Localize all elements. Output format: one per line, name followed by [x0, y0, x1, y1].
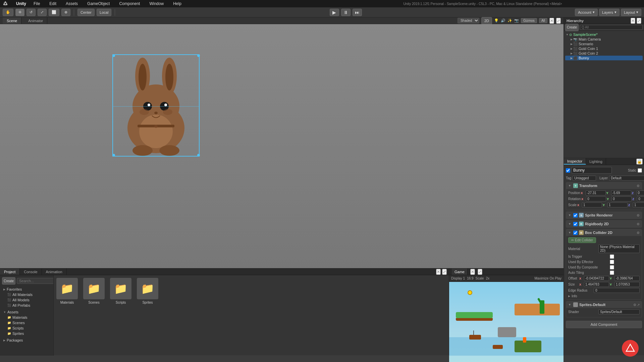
layout-button[interactable]: Layout ▾: [621, 9, 641, 16]
sprites-default-expand-icon[interactable]: ▼: [568, 303, 571, 306]
step-button[interactable]: ⏭: [353, 9, 362, 16]
play-button[interactable]: ▶: [330, 9, 339, 16]
scene-close-button[interactable]: ✕: [549, 18, 554, 24]
box-collider2d-settings-icon[interactable]: ⚙: [637, 231, 640, 235]
selection-handle-tr[interactable]: [197, 54, 200, 57]
tool-rect[interactable]: ⬜: [49, 9, 59, 16]
edit-collider-button[interactable]: ✏ Edit Collider: [568, 237, 596, 243]
project-maximize-btn[interactable]: ⤢: [442, 269, 447, 275]
hierarchy-search-input[interactable]: [580, 25, 643, 30]
object-name-input[interactable]: [572, 167, 612, 174]
pause-button[interactable]: ⏸: [341, 9, 351, 16]
tree-assets[interactable]: Assets: [2, 309, 51, 315]
tree-sprites[interactable]: 📁 Sprites: [2, 331, 51, 336]
sprite-renderer-expand-icon[interactable]: ▼: [568, 214, 571, 217]
layer-input[interactable]: [609, 176, 644, 181]
used-by-effector-checkbox[interactable]: [610, 260, 614, 264]
rigidbody2d-header[interactable]: ▼ R Rigidbody 2D ⚙: [566, 221, 642, 227]
scene-viewport[interactable]: Shaded: [0, 24, 564, 268]
dimension-toggle[interactable]: 2D: [481, 17, 492, 24]
hier-gold-coin-1[interactable]: ▶ ⬛ Gold Coin 1: [565, 46, 643, 51]
scale-z-input[interactable]: [633, 202, 644, 207]
selection-handle-bl[interactable]: [112, 154, 115, 157]
menu-component[interactable]: Component: [117, 1, 142, 7]
rigidbody2d-settings-icon[interactable]: ⚙: [637, 222, 640, 226]
static-checkbox[interactable]: [638, 168, 642, 173]
hier-bunny[interactable]: ▶ ⬛ Bunny: [565, 56, 643, 60]
object-active-checkbox[interactable]: [566, 168, 570, 173]
project-close-btn[interactable]: ✕: [436, 269, 441, 275]
inspector-lock-btn[interactable]: 🔒: [636, 159, 643, 165]
sprite-renderer-active[interactable]: [573, 213, 578, 218]
auto-tiling-checkbox[interactable]: [610, 270, 614, 275]
selection-handle-tl[interactable]: [112, 54, 115, 57]
tree-all-materials[interactable]: ⬛ All Materials: [2, 292, 51, 297]
tab-animation[interactable]: Animation: [42, 268, 67, 275]
menu-gameobject[interactable]: GameObject: [85, 1, 112, 7]
transform-header[interactable]: ▼ T Transform ⚙: [566, 182, 642, 189]
rot-z-input[interactable]: [637, 196, 644, 201]
is-trigger-checkbox[interactable]: [610, 254, 614, 259]
hier-scenario[interactable]: ▶ ⬛ Scenario: [565, 42, 643, 46]
tree-packages[interactable]: Packages: [2, 338, 51, 343]
tool-move[interactable]: ✛: [15, 9, 24, 16]
rigidbody2d-expand-icon[interactable]: ▼: [568, 222, 571, 226]
account-button[interactable]: Account ▾: [575, 9, 598, 16]
rot-y-input[interactable]: [611, 196, 632, 201]
sprite-renderer-settings-icon[interactable]: ⚙: [637, 214, 640, 217]
tree-all-models[interactable]: ⬛ All Models: [2, 297, 51, 303]
edge-radius-input[interactable]: [594, 288, 640, 293]
tab-project[interactable]: Project: [0, 268, 20, 275]
tab-console[interactable]: Console: [20, 268, 42, 275]
sprite-renderer-header[interactable]: ▼ S Sprite Renderer ⚙: [566, 212, 642, 219]
asset-scenes[interactable]: 📁 Scenes: [83, 278, 105, 304]
tree-favorites[interactable]: Favorites: [2, 287, 51, 292]
center-toggle[interactable]: Center: [77, 9, 95, 16]
menu-window[interactable]: Window: [147, 1, 166, 7]
tab-inspector[interactable]: Inspector: [564, 158, 586, 165]
offset-y-input[interactable]: [614, 276, 640, 281]
sprites-default-settings-icon[interactable]: ⚙: [633, 303, 636, 307]
tool-multi[interactable]: ⊕: [61, 9, 70, 16]
tool-hand[interactable]: ✋: [3, 9, 13, 16]
size-x-input[interactable]: [584, 282, 609, 287]
scale-y-input[interactable]: [607, 202, 628, 207]
asset-sprites[interactable]: 📁 Sprites: [137, 278, 158, 304]
menu-edit[interactable]: Edit: [47, 1, 58, 7]
tab-game[interactable]: Game: [452, 268, 468, 275]
gizmos-button[interactable]: Gizmos: [521, 18, 537, 23]
menu-assets[interactable]: Assets: [64, 1, 80, 7]
tree-materials[interactable]: 📁 Materials: [2, 315, 51, 320]
rigidbody2d-active[interactable]: [573, 222, 578, 226]
tag-input[interactable]: [573, 176, 596, 181]
tree-scripts[interactable]: 📁 Scripts: [2, 325, 51, 331]
all-button[interactable]: All: [539, 18, 547, 23]
box-collider2d-active[interactable]: [573, 231, 578, 235]
transform-expand-icon[interactable]: ▼: [568, 184, 571, 187]
pos-z-input[interactable]: [637, 190, 644, 195]
selection-handle-br[interactable]: [197, 154, 200, 157]
tree-all-prefabs[interactable]: ⬛ All Prefabs: [2, 303, 51, 308]
layers-button[interactable]: Layers ▾: [599, 9, 620, 16]
offset-x-input[interactable]: [584, 276, 609, 281]
game-maximize-btn[interactable]: ⤢: [478, 269, 482, 275]
add-component-button[interactable]: Add Component: [566, 321, 642, 328]
local-toggle[interactable]: Local: [97, 9, 111, 16]
scene-maximize-button[interactable]: ⤢: [556, 18, 561, 24]
hier-main-camera[interactable]: ▶ 📷 Main Camera: [565, 37, 643, 42]
hierarchy-max-btn[interactable]: ⤢: [637, 18, 641, 24]
scale-x-input[interactable]: [582, 202, 602, 207]
used-by-composite-checkbox[interactable]: [610, 265, 614, 269]
menu-help[interactable]: Help: [171, 1, 183, 7]
create-btn[interactable]: Create: [2, 277, 15, 285]
pos-x-input[interactable]: [586, 190, 606, 195]
box-collider2d-expand-icon[interactable]: ▼: [568, 231, 571, 234]
tree-scenes[interactable]: 📁 Scenes: [2, 320, 51, 325]
asset-materials[interactable]: 📁 Materials: [56, 278, 78, 304]
tab-animator[interactable]: Animator: [24, 17, 47, 24]
tool-rotate[interactable]: ↺: [26, 9, 36, 16]
hierarchy-create-btn[interactable]: Create: [565, 24, 579, 31]
pos-y-input[interactable]: [611, 190, 631, 195]
hierarchy-close-btn[interactable]: ✕: [631, 18, 635, 24]
box-collider2d-header[interactable]: ▼ B Box Collider 2D ⚙: [566, 229, 642, 236]
